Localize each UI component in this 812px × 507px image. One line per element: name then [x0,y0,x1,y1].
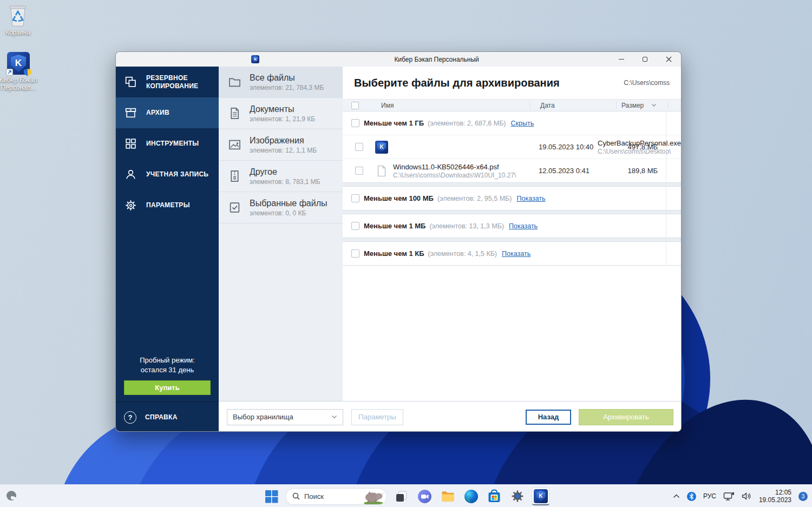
file-checkbox[interactable] [355,143,363,151]
settings-button[interactable] [508,487,527,505]
category-documents[interactable]: Документы элементов: 1, 21,9 КБ [219,98,343,129]
file-path: C:\Users\comss\Downloads\W10UI_10.27\ [393,172,516,179]
file-group-section: Меньше чем 100 МБ (элементов: 2, 95,5 МБ… [343,187,681,210]
desktop-icon-cyber-backup[interactable]: K Кибер Бэкап Персонал... [0,52,40,91]
archive-button[interactable]: Архивировать [579,409,673,425]
sidebar-item-archive[interactable]: АРХИВ [116,97,219,128]
file-size: 497,8 МБ [612,143,658,151]
language-indicator[interactable]: РУС [703,492,716,500]
group-row-1mb[interactable]: Меньше чем 1 МБ (элементов: 13, 1,3 МБ) … [343,214,681,238]
titlebar[interactable]: K Кибер Бэкап Персональный [116,52,681,67]
search-box[interactable]: Поиск [285,488,387,505]
hide-link[interactable]: Скрыть [511,120,534,127]
sidebar-item-tools[interactable]: ИНСТРУМЕНТЫ [116,128,219,159]
network-icon[interactable] [723,492,735,501]
group-checkbox[interactable] [351,222,359,230]
sort-chevron-icon[interactable] [651,103,657,107]
edge-icon [464,489,479,504]
store-button[interactable] [485,487,503,505]
chat-icon [417,489,432,504]
cyber-backup-file-icon: K [375,141,388,154]
gear-icon [510,489,525,503]
generic-file-icon [375,164,388,177]
recycle-bin-icon [8,4,28,27]
volume-icon[interactable] [742,492,752,501]
checked-file-icon [227,200,242,215]
page-title: Выберите файлы для архивирования [354,77,560,89]
category-other[interactable]: Другое элементов: 8, 783,1 МБ [219,161,343,192]
widgets-weather-icon[interactable] [5,490,18,503]
store-icon [487,489,501,503]
shortcut-arrow-icon [6,69,13,76]
grid-icon [124,137,137,150]
search-highlight-rhino-icon [361,489,385,504]
edge-browser-button[interactable] [462,487,480,505]
notification-badge[interactable]: 3 [798,492,808,501]
column-date[interactable]: Дата [540,102,555,109]
search-placeholder: Поиск [304,492,324,501]
sidebar-item-backup[interactable]: РЕЗЕРВНОЕ КОПИРОВАНИЕ [116,67,219,97]
sidebar-item-help[interactable]: ? СПРАВКА [116,401,219,432]
chat-button[interactable] [415,487,434,505]
file-date: 12.05.2023 0:41 [539,167,590,175]
show-link[interactable]: Показать [509,222,538,230]
tray-date: 19.05.2023 [759,496,791,504]
file-date: 19.05.2023 10:40 [539,143,593,151]
category-images[interactable]: Изображения элементов: 12, 1,1 МБ [219,129,343,161]
group-checkbox[interactable] [351,194,359,202]
maximize-icon [643,57,647,62]
back-button[interactable]: Назад [526,410,571,425]
footer-bar: Выбор хранилища Параметры Назад Архивиро… [219,401,681,432]
copy-icon [124,75,137,89]
select-all-checkbox[interactable] [351,102,359,109]
sidebar-item-account[interactable]: УЧЕТНАЯ ЗАПИСЬ [116,159,219,190]
uac-shield-icon [24,69,31,76]
group-checkbox[interactable] [351,119,359,127]
minimize-button[interactable] [610,52,633,67]
desktop-icon-recycle-bin[interactable]: Корзина [0,4,39,36]
cyber-backup-taskbar-button[interactable]: K [532,487,550,505]
file-name: Windows11.0-KB5026446-x64.psf [393,163,516,172]
column-name[interactable]: Имя [381,102,394,109]
show-link[interactable]: Показать [502,250,531,258]
buy-button[interactable]: Купить [124,380,211,395]
archive-box-icon [124,106,137,120]
category-panel: Все файлы элементов: 21, 784,3 МБ [219,67,343,401]
file-row[interactable]: Windows11.0-KB5026446-x64.psf C:\Users\c… [343,159,681,182]
group-row-100mb[interactable]: Меньше чем 100 МБ (элементов: 2, 95,5 МБ… [343,187,681,210]
table-header: Имя Дата Размер [343,99,681,111]
bluetooth-icon[interactable] [687,492,696,501]
group-row-1kb[interactable]: Меньше чем 1 КБ (элементов: 4, 1,5 КБ) П… [343,242,681,265]
file-group-section: Меньше чем 1 ГБ (элементов: 2, 687,6 МБ)… [343,111,681,182]
show-link[interactable]: Показать [516,195,545,202]
file-group-section: Меньше чем 1 КБ (элементов: 4, 1,5 КБ) П… [343,242,681,266]
current-path: C:\Users\comss [624,79,670,87]
group-checkbox[interactable] [351,249,359,258]
app-window: K Кибер Бэкап Персональный РЕЗЕРВН [115,51,682,432]
file-explorer-button[interactable] [438,487,457,505]
tray-chevron-up-icon[interactable] [673,494,680,498]
document-icon [227,106,242,121]
task-view-button[interactable] [392,487,410,505]
close-button[interactable] [657,52,681,67]
category-all-files[interactable]: Все файлы элементов: 21, 784,3 МБ [219,67,343,98]
window-title: Кибер Бэкап Персональный [394,56,479,63]
desktop: Корзина K Кибер Бэкап Персонал... K Кибе… [0,0,812,507]
file-checkbox[interactable] [355,167,363,175]
start-button[interactable] [262,487,280,505]
params-button[interactable]: Параметры [351,409,403,425]
gear-icon [124,199,137,212]
storage-select[interactable]: Выбор хранилища [227,409,343,425]
sidebar-item-settings[interactable]: ПАРАМЕТРЫ [116,190,219,221]
maximize-button[interactable] [633,52,657,67]
clock[interactable]: 12:05 19.05.2023 [759,489,791,504]
taskbar: Поиск [0,484,812,507]
column-size[interactable]: Размер [621,102,644,109]
cyber-backup-app-icon: K [534,489,548,503]
sidebar: РЕЗЕРВНОЕ КОПИРОВАНИЕ АРХИВ [116,67,219,432]
group-row-1gb[interactable]: Меньше чем 1 ГБ (элементов: 2, 687,6 МБ)… [343,111,681,135]
question-icon: ? [124,411,136,424]
file-group-section: Меньше чем 1 МБ (элементов: 13, 1,3 МБ) … [343,214,681,238]
file-row[interactable]: K CyberBackupPersonal.exe C:\Users\comss… [343,135,681,159]
category-selected-files[interactable]: Выбранные файлы элементов: 0, 0 КБ [219,192,343,223]
